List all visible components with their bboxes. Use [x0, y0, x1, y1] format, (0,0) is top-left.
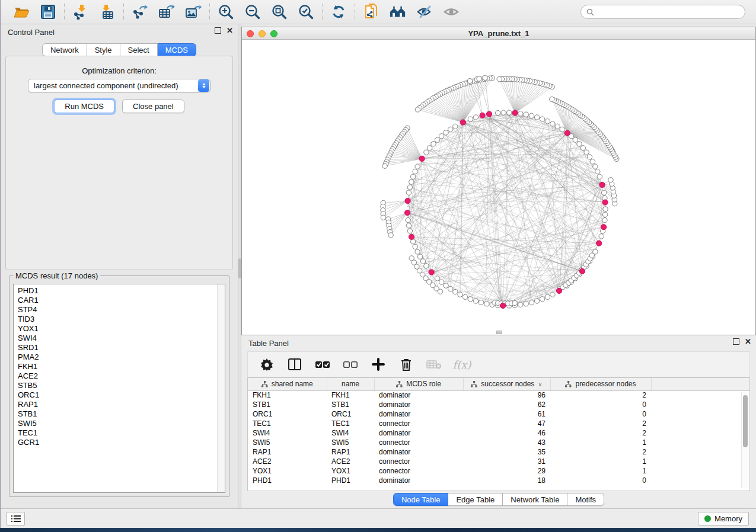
close-panel-icon[interactable]: ✕ [227, 27, 233, 34]
graph-node[interactable] [413, 169, 417, 174]
graph-node[interactable] [534, 299, 539, 303]
network-graph[interactable] [242, 40, 756, 335]
graph-node[interactable] [545, 119, 550, 124]
cell-MCDS-role[interactable]: dominator [374, 390, 463, 400]
mcds-result-item[interactable]: TID3 [18, 315, 225, 324]
graph-node[interactable] [439, 134, 444, 139]
cell-predecessor-nodes[interactable]: 2 [550, 419, 651, 428]
birdseye-view-icon[interactable] [390, 4, 406, 20]
graph-mcds-node[interactable] [460, 120, 465, 125]
share-document-icon[interactable] [363, 4, 379, 20]
open-session-icon[interactable] [13, 4, 30, 20]
graph-leaf-node[interactable] [608, 178, 613, 182]
graph-node[interactable] [540, 297, 544, 302]
cell-predecessor-nodes[interactable]: 0 [550, 409, 651, 419]
graph-mcds-node[interactable] [512, 110, 518, 116]
cell-name[interactable]: STB1 [327, 400, 374, 409]
graph-node[interactable] [417, 254, 422, 259]
zoom-in-icon[interactable] [218, 4, 234, 20]
cell-successor-nodes[interactable]: 29 [463, 466, 550, 476]
run-mcds-button[interactable]: Run MCDS [54, 100, 114, 113]
cell-successor-nodes[interactable]: 43 [463, 438, 550, 447]
graph-node[interactable] [593, 164, 598, 169]
graph-mcds-node[interactable] [405, 210, 410, 215]
graph-node[interactable] [458, 292, 462, 297]
mcds-result-item[interactable]: PMA2 [18, 352, 225, 362]
graph-node[interactable] [550, 292, 555, 297]
cell-name[interactable]: YOX1 [327, 466, 374, 476]
graph-leaf-node[interactable] [438, 289, 442, 294]
table-row[interactable]: FKH1FKH1dominator962 [248, 390, 749, 400]
graph-node[interactable] [420, 259, 425, 264]
table-row[interactable]: STB1STB1dominator620 [248, 400, 749, 409]
column-header-successor-nodes[interactable]: successor nodes∨ [463, 378, 550, 390]
graph-node[interactable] [496, 110, 500, 115]
panel-menu-button[interactable] [7, 512, 25, 525]
graph-node[interactable] [555, 124, 560, 129]
graph-mcds-node[interactable] [486, 111, 492, 117]
graph-mcds-node[interactable] [429, 270, 434, 275]
graph-node[interactable] [603, 212, 608, 217]
cell-predecessor-nodes[interactable]: 1 [550, 457, 651, 466]
graph-mcds-node[interactable] [409, 234, 414, 239]
cell-name[interactable]: SWI5 [327, 438, 374, 447]
graph-node[interactable] [406, 190, 411, 195]
network-canvas[interactable] [242, 40, 756, 335]
cell-name[interactable]: ACE2 [327, 457, 374, 466]
cell-MCDS-role[interactable]: dominator [374, 400, 463, 409]
cell-shared-name[interactable]: SWI4 [248, 428, 327, 438]
cell-MCDS-role[interactable]: dominator [374, 447, 463, 457]
graph-mcds-node[interactable] [579, 268, 585, 274]
graph-node[interactable] [529, 300, 534, 305]
graph-node[interactable] [406, 217, 410, 222]
graph-node[interactable] [595, 169, 600, 174]
cell-shared-name[interactable]: FKH1 [248, 390, 327, 400]
graph-node[interactable] [407, 229, 412, 233]
cell-MCDS-role[interactable]: dominator [374, 428, 463, 438]
column-header-shared-name[interactable]: shared name [248, 378, 327, 390]
graph-node[interactable] [453, 289, 458, 294]
graph-node[interactable] [431, 142, 436, 146]
graph-node[interactable] [413, 244, 417, 249]
mcds-result-item[interactable]: SWI5 [18, 419, 225, 428]
graph-leaf-node[interactable] [497, 77, 502, 82]
table-row[interactable]: YOX1YOX1connector291 [248, 466, 749, 476]
graph-mcds-node[interactable] [500, 303, 506, 308]
cell-shared-name[interactable]: ACE2 [248, 457, 327, 466]
close-table-panel-icon[interactable]: ✕ [745, 338, 751, 345]
cell-name[interactable]: ORC1 [327, 409, 374, 419]
tab-network[interactable]: Network [42, 43, 87, 56]
graph-node[interactable] [560, 127, 564, 132]
export-table-icon[interactable] [158, 4, 175, 20]
graph-node[interactable] [462, 294, 467, 299]
cell-MCDS-role[interactable]: connector [374, 419, 463, 428]
import-table-icon[interactable] [99, 4, 116, 20]
cell-shared-name[interactable]: RAP1 [248, 447, 327, 457]
graph-node[interactable] [587, 155, 592, 159]
graph-leaf-node[interactable] [512, 300, 517, 305]
split-panel-icon[interactable] [287, 357, 302, 372]
graph-leaf-node[interactable] [415, 107, 420, 112]
graph-mcds-node[interactable] [599, 182, 605, 187]
cell-successor-nodes[interactable]: 47 [463, 419, 550, 428]
cell-successor-nodes[interactable]: 31 [463, 457, 550, 466]
hide-graphics-details-icon[interactable] [416, 4, 433, 20]
graph-node[interactable] [444, 130, 448, 135]
cell-successor-nodes[interactable]: 61 [463, 409, 550, 419]
graph-leaf-node[interactable] [550, 97, 554, 101]
search-input[interactable] [597, 8, 739, 17]
cell-successor-nodes[interactable]: 96 [463, 390, 550, 400]
graph-node[interactable] [439, 280, 444, 284]
graph-node[interactable] [550, 121, 555, 126]
graph-node[interactable] [599, 234, 604, 239]
graph-node[interactable] [577, 142, 582, 146]
mcds-result-item[interactable]: TEC1 [18, 428, 225, 438]
zoom-fit-icon[interactable] [271, 4, 288, 20]
graph-node[interactable] [603, 207, 608, 211]
mcds-result-item[interactable]: ORC1 [18, 390, 225, 400]
column-header-predecessor-nodes[interactable]: predecessor nodes [550, 378, 651, 390]
table-row[interactable]: TEC1TEC1connector472 [248, 419, 749, 428]
graph-node[interactable] [507, 110, 512, 115]
import-network-icon[interactable] [72, 4, 89, 20]
cell-shared-name[interactable]: TEC1 [248, 419, 327, 428]
